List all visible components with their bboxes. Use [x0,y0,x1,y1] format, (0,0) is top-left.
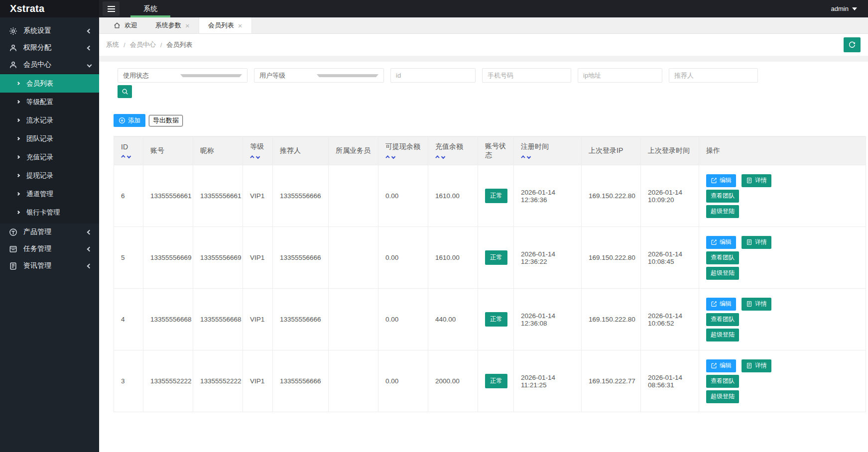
sort-desc-icon[interactable] [256,155,260,159]
close-icon[interactable]: × [238,22,243,29]
detail-button-label: 详情 [755,176,767,185]
detail-button[interactable]: 详情 [742,298,771,311]
sidebar-item-member-center[interactable]: 会员中心 [0,56,99,73]
sort-desc-icon[interactable] [127,154,131,158]
sidebar-item-product-mgmt[interactable]: 产品管理 [0,224,99,240]
sort-asc-icon[interactable] [435,155,439,159]
cell-status: 正常 [478,350,514,412]
cell-reg-time: 2026-01-14 11:21:25 [514,350,582,412]
cell-status: 正常 [478,227,514,289]
sort-desc-icon[interactable] [391,155,395,159]
cell-recharge: 1610.00 [428,227,478,289]
status-select[interactable]: 使用状态 [118,68,248,83]
sidebar-item-label: 会员中心 [23,60,88,69]
col-header-recharge: 充值余额 [428,137,478,165]
edit-button-label: 编辑 [720,361,732,370]
super-login-button[interactable]: 超级登陆 [706,267,739,280]
cell-reg-time: 2026-01-14 12:36:22 [514,227,582,289]
user-icon [9,44,17,52]
close-icon[interactable]: × [185,22,190,29]
sidebar-subitem-bankcard-mgmt[interactable]: 银行卡管理 [0,203,99,222]
phone-input[interactable] [482,68,571,83]
sort-desc-icon[interactable] [441,155,445,159]
sidebar-subitem-recharge-records[interactable]: 充值记录 [0,148,99,166]
sidebar-toggle-button[interactable] [103,1,120,16]
sort-desc-icon[interactable] [527,155,531,159]
cell-status: 正常 [478,165,514,227]
member-table: ID 账号 昵称 等级 [114,136,866,412]
cell-nickname: 13355556669 [193,227,243,289]
super-login-button[interactable]: 超级登陆 [706,329,739,341]
cell-recharge: 2000.00 [428,350,478,412]
add-button[interactable]: 添加 [114,114,145,127]
cell-level: VIP1 [243,165,273,227]
level-select[interactable]: 用户等级 [254,68,384,83]
cell-id: 5 [114,227,143,289]
tab-system-params[interactable]: 系统参数 × [146,17,199,33]
member-list-card: 使用状态 用户等级 [99,62,868,452]
document-icon [746,301,752,307]
document-icon [746,177,752,184]
sort-asc-icon[interactable] [521,155,525,159]
sort-asc-icon[interactable] [121,155,125,159]
edit-button[interactable]: 编辑 [706,236,736,249]
cell-last-time: 2026-01-14 08:56:31 [641,350,699,412]
tab-label: 系统参数 [155,21,181,30]
view-team-button[interactable]: 查看团队 [706,190,739,203]
topnav-item-system[interactable]: 系统 [130,0,170,17]
detail-button[interactable]: 详情 [742,236,771,249]
cell-last-time: 2026-01-14 10:06:52 [641,289,699,350]
detail-button[interactable]: 详情 [742,359,771,372]
table-row: 6 13355556661 13355556661 VIP1 133555566… [114,165,866,227]
id-input[interactable] [390,68,476,83]
sidebar-subitem-channel-mgmt[interactable]: 通道管理 [0,185,99,203]
sidebar-item-label: 任务管理 [23,244,88,253]
tab-member-list[interactable]: 会员列表 × [199,17,252,33]
sidebar-subitem-label: 团队记录 [26,134,53,143]
add-button-label: 添加 [128,116,140,125]
referrer-input[interactable] [669,68,758,83]
chevron-right-icon [16,100,20,104]
detail-button[interactable]: 详情 [742,174,771,187]
sidebar-item-news-mgmt[interactable]: 资讯管理 [0,257,99,274]
chevron-right-icon [16,174,20,177]
super-login-button[interactable]: 超级登陆 [706,205,739,218]
search-button[interactable] [118,85,132,98]
sidebar-subitem-withdraw-records[interactable]: 提现记录 [0,166,99,185]
view-team-button[interactable]: 查看团队 [706,251,739,264]
view-team-button[interactable]: 查看团队 [706,313,739,326]
detail-button-label: 详情 [755,300,767,308]
edit-button[interactable]: 编辑 [706,359,736,372]
cell-salesman [329,350,378,412]
sidebar-subitem-flow-records[interactable]: 流水记录 [0,111,99,129]
refresh-button[interactable] [844,37,861,52]
col-header-actions: 操作 [699,137,866,165]
sidebar-subitem-label: 提现记录 [26,171,53,180]
sidebar-subitem-team-records[interactable]: 团队记录 [0,129,99,148]
breadcrumb-separator: / [124,41,125,49]
super-login-button[interactable]: 超级登陆 [706,390,739,403]
edit-button[interactable]: 编辑 [706,174,736,187]
table-row: 4 13355556668 13355556668 VIP1 133555566… [114,289,866,350]
tab-welcome[interactable]: 欢迎 [105,17,146,33]
sidebar-item-permission-assign[interactable]: 权限分配 [0,39,99,56]
sort-asc-icon[interactable] [250,155,254,159]
sidebar-subitem-level-config[interactable]: 等级配置 [0,93,99,111]
view-team-button[interactable]: 查看团队 [706,375,739,388]
sort-asc-icon[interactable] [385,155,389,159]
cell-referrer: 13355556666 [273,227,329,289]
ip-input[interactable] [578,68,662,83]
table-header-row: ID 账号 昵称 等级 [114,137,866,165]
edit-icon [711,301,717,307]
sidebar-item-task-mgmt[interactable]: 任务管理 [0,240,99,257]
cell-id: 4 [114,289,143,350]
user-menu[interactable]: admin [831,5,868,12]
export-data-button[interactable]: 导出数据 [149,115,183,126]
tab-label: 会员列表 [208,21,234,30]
sidebar-subitem-member-list[interactable]: 会员列表 [0,74,99,93]
status-badge: 正常 [485,250,507,265]
sidebar-item-system-settings[interactable]: 系统设置 [0,22,99,39]
detail-button-label: 详情 [755,238,767,246]
main-area: 系统 admin 欢迎 系统参数 × [99,0,868,452]
edit-button[interactable]: 编辑 [706,298,736,311]
